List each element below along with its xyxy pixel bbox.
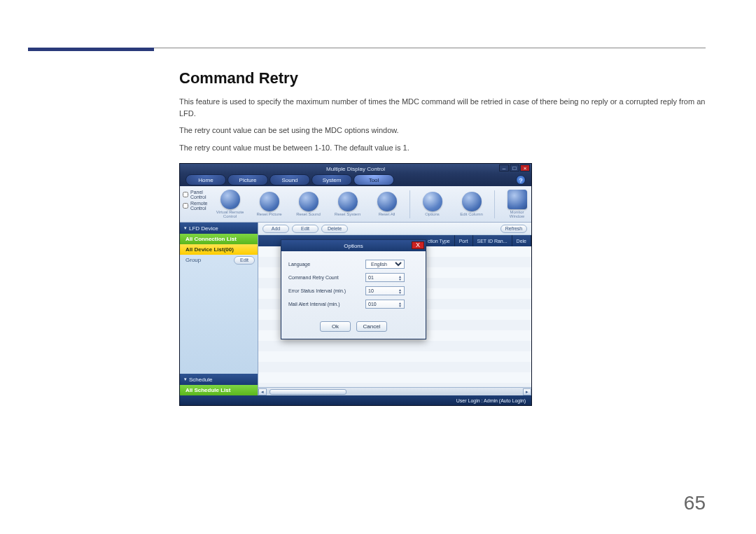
options-dialog: Options X LanguageEnglishCommand Retry C… bbox=[281, 239, 426, 339]
sidebar-group-label: Group bbox=[186, 257, 201, 263]
gear-icon bbox=[423, 192, 442, 211]
dialog-close-button[interactable]: X bbox=[412, 241, 424, 249]
option-label: Mail Alert Interval (min.) bbox=[288, 302, 365, 307]
reset-icon bbox=[338, 192, 358, 211]
section-heading: Command Retry bbox=[179, 69, 706, 87]
option-row-language: LanguageEnglish bbox=[288, 260, 419, 269]
scroll-thumb[interactable] bbox=[270, 389, 346, 395]
sidebar-header-lfd[interactable]: LFD Device bbox=[180, 223, 258, 234]
toolbar-label: Reset Picture bbox=[257, 212, 282, 216]
reset-icon bbox=[220, 190, 240, 209]
refresh-button[interactable]: Refresh bbox=[500, 225, 527, 233]
reset-icon bbox=[462, 192, 482, 211]
toolbar-label: Reset All bbox=[379, 212, 396, 216]
reset-icon bbox=[299, 192, 318, 211]
close-button[interactable]: × bbox=[520, 164, 530, 171]
menu-tab-sound[interactable]: Sound bbox=[270, 174, 310, 185]
number-input[interactable]: 10▲▼ bbox=[365, 286, 405, 295]
check-panel-control[interactable]: Panel Control bbox=[183, 190, 208, 199]
number-input[interactable]: 01▲▼ bbox=[365, 273, 405, 282]
scroll-left-icon[interactable]: ◂ bbox=[258, 388, 267, 395]
window-title: Multiple Display Control bbox=[326, 166, 385, 172]
dialog-titlebar: Options X bbox=[281, 240, 426, 251]
page-number: 65 bbox=[684, 492, 706, 514]
sidebar-group-edit-button[interactable]: Edit bbox=[234, 256, 255, 265]
column-header[interactable]: Port bbox=[455, 235, 473, 246]
spin-down-icon[interactable]: ▼ bbox=[398, 304, 402, 307]
toolbar-reset-all[interactable]: Reset All bbox=[370, 192, 404, 216]
toolbar-reset-system[interactable]: Reset System bbox=[331, 192, 365, 216]
monitor-icon bbox=[507, 190, 527, 209]
window-titlebar: Multiple Display Control – □ × bbox=[180, 164, 531, 174]
reset-icon bbox=[260, 192, 279, 211]
menu-tab-system[interactable]: System bbox=[312, 174, 352, 185]
sidebar-item-group[interactable]: Group Edit bbox=[180, 255, 258, 265]
minimize-button[interactable]: – bbox=[499, 164, 509, 171]
toolbar-label: Virtual Remote Control bbox=[216, 210, 244, 218]
number-input[interactable]: 010▲▼ bbox=[365, 300, 405, 309]
option-label: Error Status Interval (min.) bbox=[288, 288, 365, 293]
option-row-error-status-interval-min-: Error Status Interval (min.)10▲▼ bbox=[288, 286, 419, 295]
paragraph-3: The retry count value must be between 1-… bbox=[179, 142, 706, 154]
option-row-mail-alert-interval-min-: Mail Alert Interval (min.)010▲▼ bbox=[288, 300, 419, 309]
sidebar-item-all-schedule[interactable]: All Schedule List bbox=[180, 385, 258, 395]
paragraph-2: The retry count value can be set using t… bbox=[179, 125, 706, 136]
status-text: User Login : Admin (Auto Login) bbox=[456, 398, 526, 403]
status-bar: User Login : Admin (Auto Login) bbox=[180, 395, 531, 405]
horizontal-scrollbar[interactable]: ◂ ▸ bbox=[258, 387, 531, 395]
spin-down-icon[interactable]: ▼ bbox=[398, 291, 402, 294]
menu-tab-picture[interactable]: Picture bbox=[227, 174, 268, 185]
option-label: Command Retry Count bbox=[288, 275, 365, 280]
sidebar-item-all-device[interactable]: All Device List(00) bbox=[180, 244, 258, 255]
scroll-right-icon[interactable]: ▸ bbox=[523, 388, 531, 395]
language-select[interactable]: English bbox=[365, 260, 405, 269]
dialog-cancel-button[interactable]: Cancel bbox=[356, 321, 387, 332]
help-button[interactable]: ? bbox=[516, 175, 526, 185]
toolbar-reset-sound[interactable]: Reset Sound bbox=[292, 192, 326, 216]
toolbar-label: Options bbox=[425, 212, 440, 216]
action-bar: Add Edit Delete Refresh bbox=[258, 223, 531, 235]
check-remote-control[interactable]: Remote Control bbox=[183, 201, 208, 211]
toolbar-options[interactable]: Options bbox=[416, 192, 449, 216]
column-header[interactable]: ction Type bbox=[424, 235, 455, 246]
delete-button[interactable]: Delete bbox=[321, 225, 348, 233]
dialog-ok-button[interactable]: Ok bbox=[320, 321, 351, 332]
menu-tab-tool[interactable]: Tool bbox=[354, 174, 394, 185]
edit-button[interactable]: Edit bbox=[292, 225, 318, 233]
header-accent-bar bbox=[28, 48, 154, 51]
reset-icon bbox=[377, 192, 397, 211]
sidebar-item-all-connection[interactable]: All Connection List bbox=[180, 234, 258, 244]
menu-bar: HomePictureSoundSystemTool? bbox=[180, 174, 531, 186]
toolbar-edit-column[interactable]: Edit Column bbox=[455, 192, 489, 216]
spin-down-icon[interactable]: ▼ bbox=[398, 278, 402, 281]
sidebar-header-schedule[interactable]: Schedule bbox=[180, 374, 258, 385]
column-header[interactable]: SET ID Ran... bbox=[473, 235, 512, 246]
toolbar-label: Edit Column bbox=[460, 212, 483, 216]
toolbar-virtual-remote[interactable]: Virtual Remote Control bbox=[214, 190, 247, 218]
add-button[interactable]: Add bbox=[262, 225, 289, 233]
dialog-title: Options bbox=[344, 243, 363, 249]
column-header[interactable]: Dele bbox=[512, 235, 531, 246]
option-label: Language bbox=[288, 262, 365, 267]
sidebar: LFD Device All Connection List All Devic… bbox=[180, 223, 258, 395]
toolbar-label: Monitor Window bbox=[510, 210, 524, 218]
toolbar-label: Reset Sound bbox=[296, 212, 321, 216]
option-row-command-retry-count: Command Retry Count01▲▼ bbox=[288, 273, 419, 282]
menu-tab-home[interactable]: Home bbox=[186, 174, 226, 185]
toolbar-reset-picture[interactable]: Reset Picture bbox=[253, 192, 286, 216]
maximize-button[interactable]: □ bbox=[510, 164, 519, 171]
app-screenshot: Multiple Display Control – □ × HomePictu… bbox=[179, 163, 532, 406]
tool-strip: Panel ControlRemote Control Virtual Remo… bbox=[180, 186, 531, 223]
toolbar-monitor[interactable]: Monitor Window bbox=[500, 190, 532, 218]
toolbar-label: Reset System bbox=[335, 212, 360, 216]
paragraph-1: This feature is used to specify the maxi… bbox=[179, 96, 706, 119]
